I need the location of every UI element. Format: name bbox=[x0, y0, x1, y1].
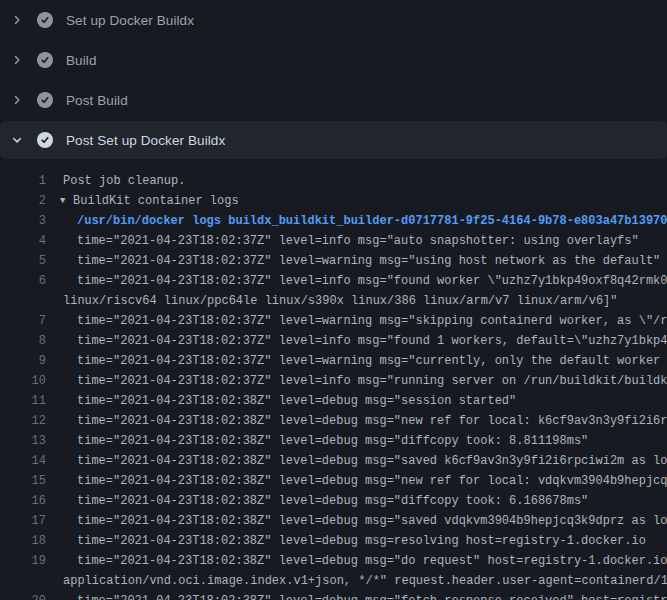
step-header[interactable]: Set up Docker Buildx bbox=[0, 0, 667, 40]
steps-list: Set up Docker Buildx Build Post Build bbox=[0, 0, 667, 159]
log-line-number[interactable]: 4 bbox=[0, 231, 46, 251]
log-line-number[interactable]: 2 bbox=[0, 191, 46, 211]
log-line: 5 ▼ time="2021-04-23T18:02:37Z" level=wa… bbox=[0, 251, 667, 271]
log-line-text: time="2021-04-23T18:02:38Z" level=debug … bbox=[77, 511, 667, 531]
log-line-number[interactable] bbox=[0, 291, 46, 311]
log-line-text: time="2021-04-23T18:02:37Z" level=warnin… bbox=[77, 251, 660, 271]
check-circle-icon bbox=[37, 92, 53, 108]
log-line: 8 ▼ time="2021-04-23T18:02:37Z" level=in… bbox=[0, 331, 667, 351]
log-line-text: time="2021-04-23T18:02:37Z" level=info m… bbox=[77, 331, 667, 351]
log-line: 3 ▼ /usr/bin/docker logs buildx_buildkit… bbox=[0, 211, 667, 231]
log-line-text: linux/riscv64 linux/ppc64le linux/s390x … bbox=[63, 291, 618, 311]
log-line: 6 ▼ time="2021-04-23T18:02:37Z" level=in… bbox=[0, 271, 667, 291]
log-line-number[interactable]: 17 bbox=[0, 511, 46, 531]
log-line-number[interactable]: 19 bbox=[0, 551, 46, 571]
chevron-down-icon bbox=[9, 132, 25, 148]
log-line: 16 ▼ time="2021-04-23T18:02:38Z" level=d… bbox=[0, 491, 667, 511]
check-circle-icon bbox=[37, 52, 53, 68]
step-label: Post Set up Docker Buildx bbox=[66, 133, 225, 148]
log-line-text: application/vnd.oci.image.index.v1+json,… bbox=[63, 571, 667, 591]
log-line-number[interactable]: 14 bbox=[0, 451, 46, 471]
log-viewer: 1 ▼ Post job cleanup. 2 ▼ BuildKit conta… bbox=[0, 171, 667, 600]
log-line-text: time="2021-04-23T18:02:37Z" level=info m… bbox=[77, 231, 639, 251]
log-line-number[interactable]: 8 bbox=[0, 331, 46, 351]
log-line-text: time="2021-04-23T18:02:37Z" level=info m… bbox=[77, 271, 667, 291]
log-line: 14 ▼ time="2021-04-23T18:02:38Z" level=d… bbox=[0, 451, 667, 471]
step-header[interactable]: Post Build bbox=[0, 80, 667, 120]
log-line-text: time="2021-04-23T18:02:38Z" level=debug … bbox=[77, 591, 667, 600]
log-line: 15 ▼ time="2021-04-23T18:02:38Z" level=d… bbox=[0, 471, 667, 491]
chevron-right-icon bbox=[9, 12, 25, 28]
log-line: 2 ▼ BuildKit container logs bbox=[0, 191, 667, 211]
log-line-number[interactable]: 5 bbox=[0, 251, 46, 271]
log-line-text: time="2021-04-23T18:02:38Z" level=debug … bbox=[77, 551, 667, 571]
log-line-number[interactable]: 11 bbox=[0, 391, 46, 411]
log-line-number[interactable]: 6 bbox=[0, 271, 46, 291]
log-line-text[interactable]: BuildKit container logs bbox=[73, 191, 239, 211]
log-line-text: Post job cleanup. bbox=[63, 171, 185, 191]
step-header[interactable]: Post Set up Docker Buildx bbox=[0, 121, 667, 159]
log-line-number[interactable]: 20 bbox=[0, 591, 46, 600]
step-label: Build bbox=[66, 53, 97, 68]
log-line-number[interactable]: 1 bbox=[0, 171, 46, 191]
log-line-text: time="2021-04-23T18:02:38Z" level=debug … bbox=[77, 531, 646, 551]
log-line: 4 ▼ time="2021-04-23T18:02:37Z" level=in… bbox=[0, 231, 667, 251]
log-line: 18 ▼ time="2021-04-23T18:02:38Z" level=d… bbox=[0, 531, 667, 551]
log-line-text: time="2021-04-23T18:02:38Z" level=debug … bbox=[77, 491, 588, 511]
log-line: ▼ linux/riscv64 linux/ppc64le linux/s390… bbox=[0, 291, 667, 311]
log-line-number[interactable]: 10 bbox=[0, 371, 46, 391]
log-line-text: time="2021-04-23T18:02:37Z" level=info m… bbox=[77, 371, 667, 391]
chevron-right-icon bbox=[9, 92, 25, 108]
step-label: Set up Docker Buildx bbox=[66, 13, 194, 28]
log-line-number[interactable]: 7 bbox=[0, 311, 46, 331]
log-line: 1 ▼ Post job cleanup. bbox=[0, 171, 667, 191]
check-circle-icon bbox=[37, 12, 53, 28]
check-circle-icon bbox=[37, 132, 53, 148]
log-line-text: /usr/bin/docker logs buildx_buildkit_bui… bbox=[77, 211, 667, 231]
log-line-number[interactable]: 3 bbox=[0, 211, 46, 231]
log-line: 19 ▼ time="2021-04-23T18:02:38Z" level=d… bbox=[0, 551, 667, 571]
step-header[interactable]: Build bbox=[0, 40, 667, 80]
log-line-number[interactable]: 9 bbox=[0, 351, 46, 371]
log-line: 9 ▼ time="2021-04-23T18:02:37Z" level=wa… bbox=[0, 351, 667, 371]
log-line-text: time="2021-04-23T18:02:37Z" level=warnin… bbox=[77, 351, 667, 371]
step-label: Post Build bbox=[66, 93, 128, 108]
log-line-number[interactable]: 15 bbox=[0, 471, 46, 491]
log-line-text: time="2021-04-23T18:02:38Z" level=debug … bbox=[77, 431, 588, 451]
log-line-number[interactable]: 16 bbox=[0, 491, 46, 511]
log-line-text: time="2021-04-23T18:02:38Z" level=debug … bbox=[77, 391, 516, 411]
log-line: 17 ▼ time="2021-04-23T18:02:38Z" level=d… bbox=[0, 511, 667, 531]
log-line-text: time="2021-04-23T18:02:38Z" level=debug … bbox=[77, 471, 667, 491]
log-lines: 1 ▼ Post job cleanup. 2 ▼ BuildKit conta… bbox=[0, 171, 667, 600]
log-line-text: time="2021-04-23T18:02:38Z" level=debug … bbox=[77, 451, 667, 471]
log-line: 7 ▼ time="2021-04-23T18:02:37Z" level=wa… bbox=[0, 311, 667, 331]
log-line-text: time="2021-04-23T18:02:37Z" level=warnin… bbox=[77, 311, 667, 331]
log-line: 11 ▼ time="2021-04-23T18:02:38Z" level=d… bbox=[0, 391, 667, 411]
log-line: 12 ▼ time="2021-04-23T18:02:38Z" level=d… bbox=[0, 411, 667, 431]
log-line: ▼ application/vnd.oci.image.index.v1+jso… bbox=[0, 571, 667, 591]
log-line: 20 ▼ time="2021-04-23T18:02:38Z" level=d… bbox=[0, 591, 667, 600]
log-line-text: time="2021-04-23T18:02:38Z" level=debug … bbox=[77, 411, 667, 431]
log-line-number[interactable]: 18 bbox=[0, 531, 46, 551]
log-line-number[interactable] bbox=[0, 571, 46, 591]
log-line-number[interactable]: 12 bbox=[0, 411, 46, 431]
chevron-right-icon bbox=[9, 52, 25, 68]
log-line: 13 ▼ time="2021-04-23T18:02:38Z" level=d… bbox=[0, 431, 667, 451]
collapse-triangle-icon[interactable]: ▼ bbox=[60, 191, 73, 211]
log-line-number[interactable]: 13 bbox=[0, 431, 46, 451]
log-line: 10 ▼ time="2021-04-23T18:02:37Z" level=i… bbox=[0, 371, 667, 391]
